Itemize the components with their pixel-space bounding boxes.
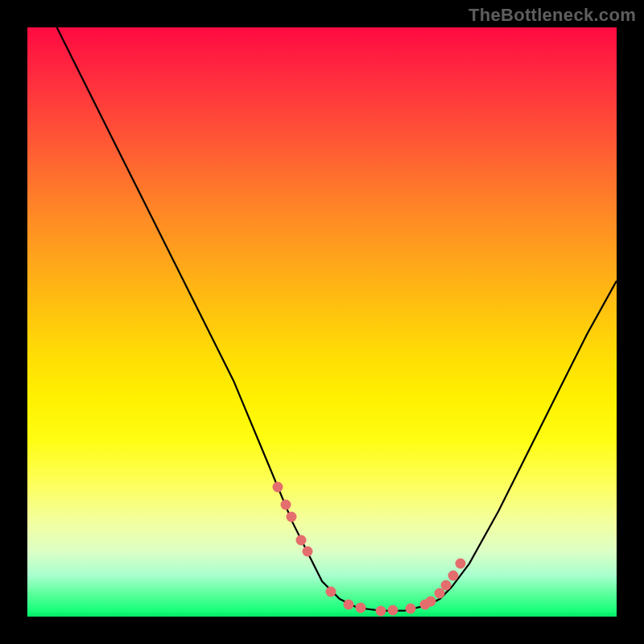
data-dot xyxy=(440,580,451,591)
data-dot xyxy=(343,600,353,610)
plot-area xyxy=(27,27,617,617)
data-dot xyxy=(426,596,436,606)
data-dot xyxy=(286,511,296,522)
curve-layer xyxy=(27,27,617,617)
data-dot xyxy=(280,499,291,510)
data-dot xyxy=(376,605,386,616)
data-dot xyxy=(296,535,307,545)
data-dot xyxy=(325,587,336,597)
data-dot xyxy=(448,570,459,580)
data-dot xyxy=(387,605,398,615)
bottleneck-curve xyxy=(57,27,617,611)
data-dot xyxy=(302,547,312,557)
data-dot xyxy=(355,603,365,613)
data-dot xyxy=(405,604,415,614)
chart-container: TheBottleneck.com xyxy=(0,0,644,644)
watermark-text: TheBottleneck.com xyxy=(469,5,636,26)
data-dot xyxy=(456,559,466,569)
data-dot xyxy=(273,481,283,492)
